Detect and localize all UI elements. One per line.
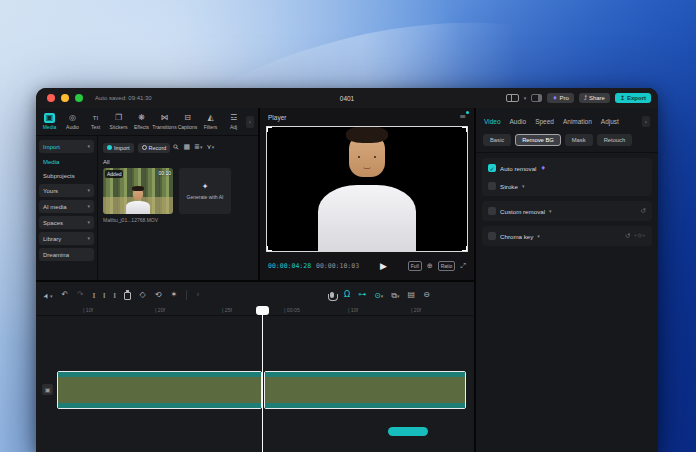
props-overflow-icon[interactable]: › <box>642 116 650 127</box>
custom-removal-checkbox[interactable] <box>488 207 496 215</box>
subtab-retouch[interactable]: Retouch <box>597 134 633 146</box>
split-icon[interactable]: ][ <box>93 292 94 298</box>
video-clip-segment-1[interactable] <box>57 371 262 409</box>
subtab-remove-bg[interactable]: Remove BG <box>515 134 561 146</box>
nav-item-subprojects[interactable]: Subprojects <box>39 170 94 181</box>
auto-cut-button[interactable]: ⧉▾ <box>391 291 399 300</box>
tab-media[interactable]: ▣ Media <box>38 113 61 130</box>
search-icon[interactable]: ⚲ <box>173 143 182 152</box>
microphone-icon[interactable] <box>330 292 334 298</box>
tab-animation[interactable]: Animation <box>563 118 592 125</box>
play-button[interactable]: ▶ <box>380 262 387 271</box>
tab-filters[interactable]: ◭ Filters <box>199 113 222 130</box>
sort-icon[interactable]: ≣▾ <box>194 144 202 151</box>
selection-handle[interactable] <box>266 246 272 252</box>
export-button[interactable]: ↥ Export <box>615 93 651 103</box>
properties-subtabs: Basic Remove BG Mask Retouch <box>476 132 658 153</box>
delete-icon[interactable] <box>124 292 131 300</box>
mirror-screen-icon[interactable]: ▤ <box>408 291 416 299</box>
link-icon[interactable]: ⊶ <box>358 291 366 299</box>
tab-text[interactable]: TI Text <box>84 113 107 130</box>
auto-removal-checkbox[interactable]: ✓ <box>488 164 496 172</box>
zoom-button[interactable] <box>75 94 83 102</box>
chevron-down-icon[interactable]: ▾ <box>537 234 540 239</box>
playhead-handle[interactable] <box>256 306 269 315</box>
tab-transitions[interactable]: ⋈ Transitions <box>153 113 176 130</box>
selection-handle[interactable] <box>462 246 468 252</box>
minimize-button[interactable] <box>61 94 69 102</box>
nav-item-yours[interactable]: Yours ▾ <box>39 184 94 197</box>
captions-icon: ⊟ <box>182 113 193 123</box>
tab-audio-props[interactable]: Audio <box>510 118 527 125</box>
panel-toggle-icon[interactable] <box>531 94 542 102</box>
window-controls <box>47 94 83 102</box>
media-clip-thumbnail[interactable]: Added 00:10 <box>103 168 173 214</box>
timeline-ruler[interactable]: 10f 20f 25f 00:05 10f 20f <box>36 306 474 316</box>
nav-item-dreamina[interactable]: Dreamina <box>39 248 94 261</box>
nav-item-ai-media[interactable]: AI media ▾ <box>39 200 94 213</box>
timeline-panel: ➤▾ ↶ ↷ ][ [| |] ◇ ⟲ ✶ ‹ <box>36 282 474 452</box>
tab-speed[interactable]: Speed <box>535 118 554 125</box>
record-button[interactable]: Record <box>138 143 171 153</box>
tab-adjust[interactable]: Adjust <box>601 118 619 125</box>
option-custom-removal: Custom removal ▾ ↺ <box>488 202 646 220</box>
tab-adjustment[interactable]: ☲ Adj <box>222 113 245 130</box>
stroke-checkbox[interactable] <box>488 182 496 190</box>
nav-item-spaces[interactable]: Spaces ▾ <box>39 216 94 229</box>
grid-view-icon[interactable]: ▦ <box>183 144 190 151</box>
focus-icon[interactable]: ⊕ <box>427 263 433 270</box>
chevron-down-icon[interactable]: ▾ <box>549 209 552 214</box>
layout-caret-icon[interactable]: ▾ <box>524 96 527 101</box>
nav-item-library[interactable]: Library ▾ <box>39 232 94 245</box>
playhead-line[interactable] <box>262 306 263 452</box>
delete-left-icon[interactable]: [| <box>103 292 104 298</box>
ratio-button[interactable]: Ratio <box>438 261 456 271</box>
tab-audio[interactable]: ◎ Audio <box>61 113 84 130</box>
selection-handle[interactable] <box>462 126 468 132</box>
collapse-icon[interactable]: ‹ <box>196 291 199 299</box>
magic-wand-icon[interactable]: ✶ <box>170 291 177 299</box>
full-quality-button[interactable]: Full <box>408 261 422 271</box>
tab-video[interactable]: Video <box>484 118 501 125</box>
nav-import-dropdown[interactable]: Import ▾ <box>39 140 94 153</box>
video-clip-segment-2[interactable] <box>264 371 466 409</box>
timeline-scrollbar-thumb[interactable] <box>388 427 428 436</box>
tab-captions[interactable]: ⊟ Captions <box>176 113 199 130</box>
share-button[interactable]: ⤴ Share <box>579 93 610 103</box>
pro-button[interactable]: ♦ Pro <box>547 93 574 103</box>
close-button[interactable] <box>47 94 55 102</box>
mask-icon[interactable]: ◇ <box>140 291 146 299</box>
export-label: Export <box>627 95 646 101</box>
import-button[interactable]: Import <box>103 143 134 153</box>
nav-item-media[interactable]: Media <box>39 156 94 167</box>
subtab-mask[interactable]: Mask <box>565 134 593 146</box>
keyframe-icons[interactable]: ‹◇› <box>634 233 646 239</box>
chevron-down-icon[interactable]: ▾ <box>522 184 525 189</box>
capcut-window: Auto saved: 09:41:30 0401 ▾ ♦ Pro ⤴ Shar… <box>36 88 658 452</box>
tabs-overflow-icon[interactable]: › <box>246 116 254 128</box>
filter-icon[interactable]: ⋎▾ <box>206 144 214 151</box>
preview-axis-button[interactable]: ⊙▾ <box>374 291 383 300</box>
player-menu-icon[interactable]: ≡ <box>459 113 466 121</box>
generate-with-ai-card[interactable]: ✦ Generate with AI <box>179 168 231 214</box>
clip-filename: Malibu_j01...12768.MOV <box>103 217 175 223</box>
chroma-key-checkbox[interactable] <box>488 232 496 240</box>
zoom-out-icon[interactable]: ⊖ <box>423 291 430 299</box>
select-tool-button[interactable]: ➤▾ <box>44 291 52 300</box>
loop-icon[interactable]: ⟲ <box>155 291 162 299</box>
fullscreen-icon[interactable]: ⤢ <box>460 263 466 270</box>
tab-stickers[interactable]: ❐ Stickers <box>107 113 130 130</box>
redo-icon[interactable]: ↷ <box>77 291 84 299</box>
subtab-basic[interactable]: Basic <box>483 134 511 146</box>
track-header-icon[interactable]: ▣ <box>42 384 53 395</box>
nav-label: Library <box>43 236 61 242</box>
magnet-icon[interactable]: Ω <box>344 291 350 299</box>
delete-right-icon[interactable]: |] <box>113 292 114 298</box>
video-preview[interactable] <box>266 126 468 252</box>
selection-handle[interactable] <box>266 126 272 132</box>
reset-icon[interactable]: ↺ <box>625 233 630 240</box>
undo-icon[interactable]: ↶ <box>61 291 68 299</box>
tab-effects[interactable]: ❋ Effects <box>130 113 153 130</box>
layout-icon[interactable] <box>506 94 519 102</box>
reset-icon[interactable]: ↺ <box>641 208 646 215</box>
